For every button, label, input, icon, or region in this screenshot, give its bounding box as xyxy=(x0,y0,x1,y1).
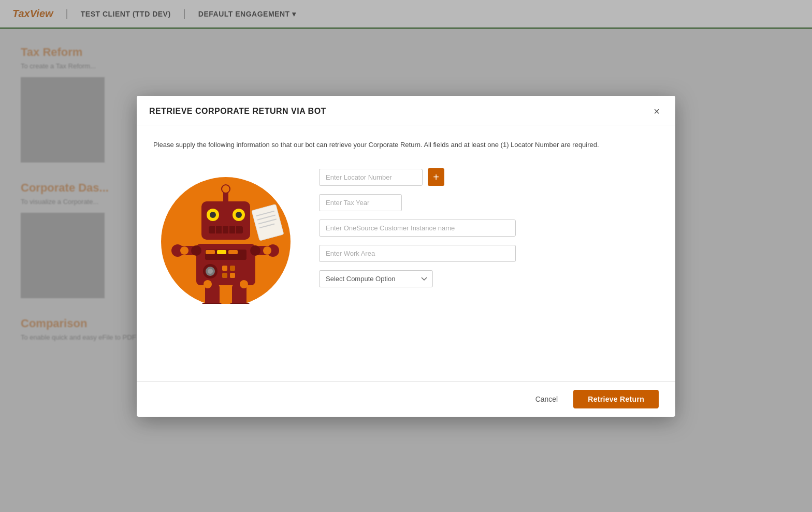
modal-backdrop: RETRIEVE CORPORATE RETURN VIA BOT × Plea… xyxy=(0,0,812,512)
modal-retrieve-return: RETRIEVE CORPORATE RETURN VIA BOT × Plea… xyxy=(137,96,675,417)
cancel-button[interactable]: Cancel xyxy=(527,391,567,407)
svg-point-40 xyxy=(204,280,212,288)
modal-body: Please supply the following information … xyxy=(137,125,675,381)
svg-rect-6 xyxy=(201,201,250,240)
svg-rect-38 xyxy=(201,303,222,304)
svg-point-25 xyxy=(208,269,213,274)
instance-name-input[interactable] xyxy=(319,220,516,237)
svg-point-32 xyxy=(191,245,201,256)
robot-illustration xyxy=(153,164,298,304)
robot-svg xyxy=(156,164,296,304)
compute-option-select[interactable]: Select Compute OptionOption 1Option 2Opt… xyxy=(319,270,433,287)
locator-row: + xyxy=(319,168,659,186)
modal-title: RETRIEVE CORPORATE RETURN VIA BOT xyxy=(149,107,326,116)
locator-number-input[interactable] xyxy=(319,169,423,186)
svg-rect-21 xyxy=(217,250,226,254)
svg-point-43 xyxy=(263,246,271,255)
svg-rect-28 xyxy=(222,273,227,278)
retrieve-return-button[interactable]: Retrieve Return xyxy=(573,390,659,408)
svg-point-8 xyxy=(210,212,216,218)
svg-point-17 xyxy=(222,185,230,193)
svg-rect-20 xyxy=(206,250,215,254)
svg-rect-27 xyxy=(230,266,235,271)
form-fields: + Select Compute OptionOption 1Option 2O… xyxy=(319,164,659,287)
add-locator-button[interactable]: + xyxy=(428,168,444,186)
svg-rect-29 xyxy=(230,273,235,278)
svg-rect-26 xyxy=(222,266,227,271)
modal-footer: Cancel Retrieve Return xyxy=(137,381,675,417)
modal-form-area: + Select Compute OptionOption 1Option 2O… xyxy=(153,164,659,369)
work-area-input[interactable] xyxy=(319,245,516,262)
tax-year-input[interactable] xyxy=(319,194,402,211)
svg-point-34 xyxy=(250,245,260,256)
modal-close-button[interactable]: × xyxy=(650,105,663,118)
modal-header: RETRIEVE CORPORATE RETURN VIA BOT × xyxy=(137,96,675,125)
svg-point-41 xyxy=(240,280,248,288)
svg-rect-39 xyxy=(229,303,250,304)
svg-point-42 xyxy=(180,246,189,255)
svg-point-10 xyxy=(236,212,242,218)
svg-rect-22 xyxy=(228,250,238,254)
modal-description: Please supply the following information … xyxy=(153,140,659,150)
svg-rect-11 xyxy=(209,226,243,233)
